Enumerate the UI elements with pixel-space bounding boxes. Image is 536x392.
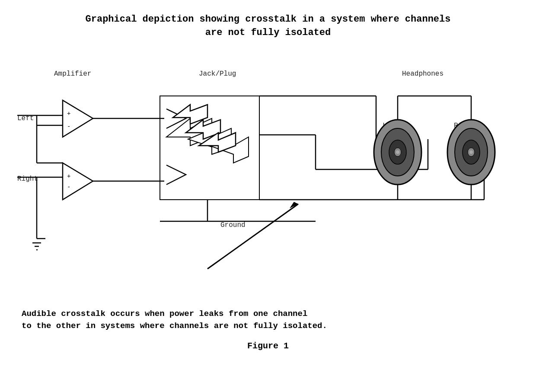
figure-label: Figure 1 — [9, 341, 527, 351]
caption: Audible crosstalk occurs when power leak… — [22, 308, 527, 332]
circuit-diagram: + - + - — [13, 53, 523, 303]
svg-point-38 — [396, 150, 399, 154]
svg-marker-0 — [63, 100, 93, 137]
svg-text:-: - — [67, 184, 70, 191]
svg-line-49 — [207, 204, 298, 269]
svg-text:-: - — [67, 123, 70, 130]
page: Graphical depiction showing crosstalk in… — [0, 0, 536, 392]
svg-text:+: + — [67, 173, 70, 180]
svg-marker-5 — [63, 163, 93, 200]
svg-text:+: + — [67, 110, 70, 117]
diagram-area: Amplifier Jack/Plug Headphones Left Righ… — [13, 53, 523, 303]
page-title: Graphical depiction showing crosstalk in… — [9, 13, 527, 40]
svg-point-43 — [469, 150, 473, 154]
